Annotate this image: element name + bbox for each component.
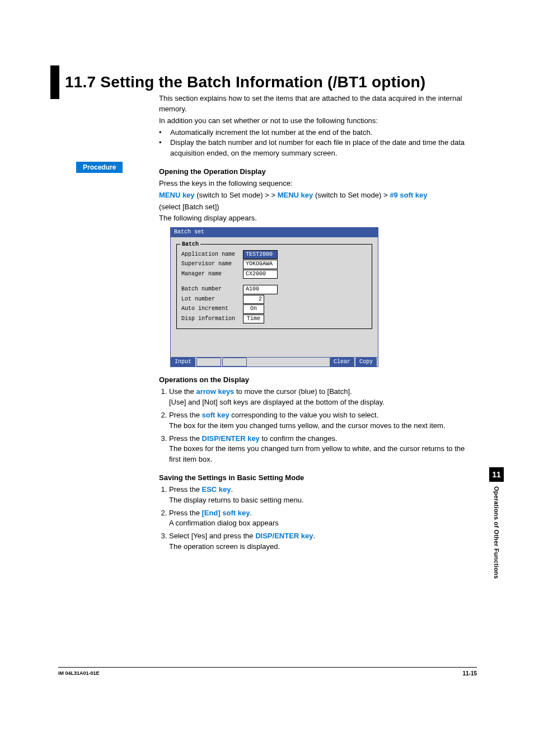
ss-val-batch[interactable]: A100 xyxy=(243,285,278,294)
ss-val-mgr[interactable]: CX2000 xyxy=(243,270,278,279)
ss-val-app[interactable]: TEST2000 xyxy=(243,250,278,260)
softkey-blank-1[interactable]: . xyxy=(196,358,221,367)
chapter-label: Operations of Other Functions xyxy=(493,486,500,579)
soft-key: soft key xyxy=(202,411,229,419)
ss-label-mgr: Manager name xyxy=(181,270,243,279)
saving-step-2: Press the [End] soft key. A confirmation… xyxy=(169,508,475,529)
side-tab: 11 Operations of Other Functions xyxy=(489,467,504,579)
intro-bullet-1: Automatically increment the lot number a… xyxy=(159,128,475,138)
saving-step-3: Select [Yes] and press the DISP/ENTER ke… xyxy=(169,531,475,552)
saving-heading: Saving the Settings in Basic Setting Mod… xyxy=(159,473,475,483)
menu-key-2: MENU key xyxy=(278,191,313,199)
softkey-copy[interactable]: Copy xyxy=(355,358,377,367)
ops-step-3: Press the DISP/ENTER key to confirm the … xyxy=(169,434,475,466)
saving-steps: Press the ESC key. The display returns t… xyxy=(169,485,475,552)
footer-right: 11-15 xyxy=(462,670,477,677)
section-title: 11.7 Setting the Batch Information (/BT1… xyxy=(65,73,425,91)
chapter-number: 11 xyxy=(489,467,504,482)
end-soft-key: [End] soft key xyxy=(202,509,250,517)
opening-select: (select [Batch set]) xyxy=(159,202,475,213)
intro-p1: This section explains how to set the ite… xyxy=(159,93,475,115)
screenshot-legend: Batch xyxy=(180,241,200,249)
procedure-label: Procedure xyxy=(76,162,123,173)
opening-p3: The following display appears. xyxy=(159,213,475,224)
body-column: This section explains how to set the ite… xyxy=(159,93,475,555)
section-bar xyxy=(50,65,59,99)
intro-bullet-2: Display the batch number and lot number … xyxy=(159,138,475,159)
ss-label-lot: Lot number xyxy=(181,295,243,304)
ss-val-disp[interactable]: Time xyxy=(243,314,264,324)
menu-key-1: MENU key xyxy=(159,191,195,199)
ss-label-disp: Disp information xyxy=(181,315,243,323)
saving-step-1: Press the ESC key. The display returns t… xyxy=(169,485,475,506)
ss-label-app: Application name xyxy=(181,251,243,259)
softkey-input[interactable]: Input xyxy=(171,358,195,367)
esc-key: ESC key xyxy=(202,485,231,494)
softkey-9: #9 soft key xyxy=(390,191,427,199)
ss-label-batch: Batch number xyxy=(181,285,243,294)
opening-keyseq: MENU key (switch to Set mode) > > MENU k… xyxy=(159,190,475,201)
opening-heading: Opening the Operation Display xyxy=(159,167,475,177)
ss-val-lot[interactable]: 2 xyxy=(243,295,264,304)
opening-p1: Press the keys in the following sequence… xyxy=(159,179,475,189)
screenshot-title: Batch set xyxy=(171,228,378,237)
ops-steps: Use the arrow keys to move the cursor (b… xyxy=(169,387,475,465)
intro-p2: In addition you can set whether or not t… xyxy=(159,116,475,126)
disp-enter-key-2: DISP/ENTER key xyxy=(255,532,313,540)
softkey-blank-2[interactable]: . xyxy=(222,358,247,367)
footer-rule xyxy=(58,667,477,668)
arrow-keys: arrow keys xyxy=(196,387,234,396)
ops-step-2: Press the soft key corresponding to the … xyxy=(169,410,475,431)
ss-val-sup[interactable]: YOKOGAWA xyxy=(243,260,278,269)
disp-enter-key-1: DISP/ENTER key xyxy=(202,434,260,443)
softkey-clear[interactable]: Clear xyxy=(330,358,354,367)
ss-label-auto: Auto increment xyxy=(181,305,243,313)
footer-left: IM 04L31A01-01E xyxy=(58,670,100,676)
screenshot-figure: Batch set Batch Application nameTEST2000… xyxy=(170,227,475,367)
ss-label-sup: Supervisor name xyxy=(181,260,243,269)
ops-heading: Operations on the Display xyxy=(159,375,475,386)
screenshot-softkeys: Input . . Clear Copy xyxy=(171,357,378,367)
ops-step-1: Use the arrow keys to move the cursor (b… xyxy=(169,387,475,408)
ss-val-auto[interactable]: On xyxy=(243,304,264,314)
intro-bullets: Automatically increment the lot number a… xyxy=(159,128,475,159)
